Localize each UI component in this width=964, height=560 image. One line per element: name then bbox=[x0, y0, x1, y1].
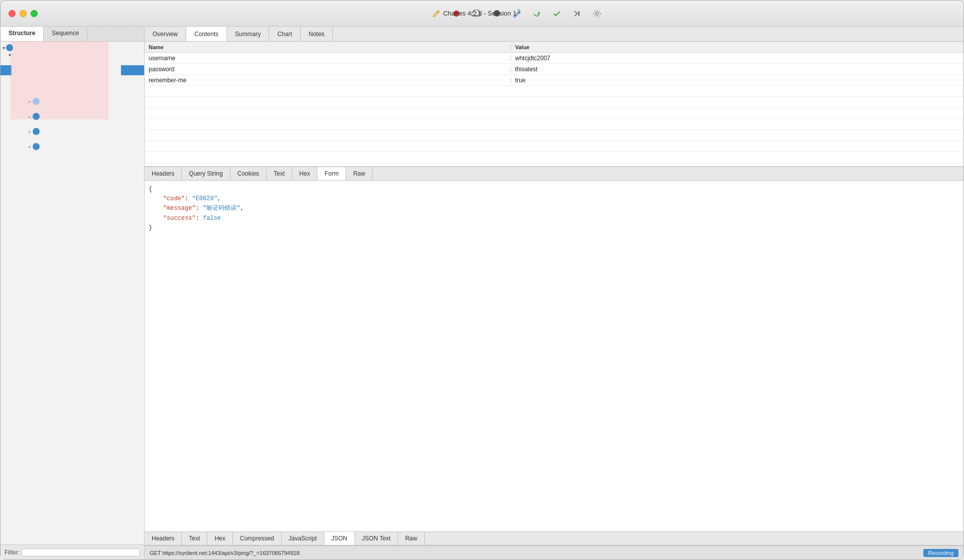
resp-tab-hex[interactable]: Hex bbox=[207, 532, 232, 545]
row-value-username: whtcjdtc2007 bbox=[511, 55, 963, 62]
row-value-password: thisatest bbox=[511, 66, 963, 73]
maximize-button[interactable] bbox=[31, 10, 38, 17]
svg-point-1 bbox=[595, 12, 598, 15]
content-tabs: Overview Contents Summary Chart Notes bbox=[145, 27, 963, 42]
content-pane: Overview Contents Summary Chart Notes Na… bbox=[145, 27, 963, 559]
sidebar-row-1[interactable]: ▾ bbox=[3, 44, 13, 51]
empty-rows bbox=[145, 86, 963, 166]
resp-tab-jsontext[interactable]: JSON Text bbox=[355, 532, 398, 545]
pen-icon[interactable] bbox=[431, 8, 442, 19]
req-tab-cookies[interactable]: Cookies bbox=[230, 167, 267, 180]
resp-tab-headers[interactable]: Headers bbox=[145, 532, 182, 545]
main-window: Charles 4.2.8 - Session 1 * bbox=[0, 0, 964, 560]
resp-tab-text[interactable]: Text bbox=[182, 532, 207, 545]
forward-icon[interactable] bbox=[571, 8, 582, 19]
sidebar-pink-block bbox=[11, 42, 108, 119]
table-header: Name Value bbox=[145, 42, 963, 53]
sidebar-icon-1 bbox=[6, 44, 13, 51]
tab-summary[interactable]: Summary bbox=[227, 27, 269, 41]
sidebar-body: ▾ ▾ ▸ ▸ bbox=[1, 42, 144, 544]
refresh-icon[interactable] bbox=[531, 8, 542, 19]
filter-bar: Filter: bbox=[1, 544, 144, 559]
header-value: Value bbox=[511, 44, 963, 50]
table-row[interactable]: username whtcjdtc2007 bbox=[145, 53, 963, 64]
resp-tab-javascript[interactable]: JavaScript bbox=[282, 532, 324, 545]
close-button[interactable] bbox=[9, 10, 16, 17]
req-tab-form[interactable]: Form bbox=[317, 167, 346, 180]
json-content: { "code": "E0028", "message": "验证码错误", "… bbox=[149, 185, 959, 233]
sidebar-icon-row-3[interactable]: ▸ bbox=[29, 128, 40, 135]
sidebar: Structure Sequence ▾ ▾ bbox=[1, 27, 145, 559]
table-row[interactable]: remember-me true bbox=[145, 75, 963, 86]
resp-tab-raw[interactable]: Raw bbox=[398, 532, 425, 545]
tab-chart[interactable]: Chart bbox=[269, 27, 300, 41]
sidebar-selection-indicator2 bbox=[121, 65, 144, 75]
titlebar: Charles 4.2.8 - Session 1 * bbox=[1, 1, 963, 27]
svg-rect-0 bbox=[578, 11, 579, 16]
header-name: Name bbox=[145, 44, 511, 50]
window-title: Charles 4.2.8 - Session 1 * bbox=[443, 10, 521, 17]
req-tab-hex[interactable]: Hex bbox=[292, 167, 317, 180]
params-table: Name Value username whtcjdtc2007 passwor… bbox=[145, 42, 963, 167]
sidebar-tab-sequence[interactable]: Sequence bbox=[44, 27, 87, 41]
req-tab-headers[interactable]: Headers bbox=[145, 167, 182, 180]
tab-overview[interactable]: Overview bbox=[145, 27, 186, 41]
filter-input[interactable] bbox=[22, 548, 140, 556]
sidebar-icon-row-2[interactable]: ▸ bbox=[29, 113, 40, 120]
status-bar: GET https://xyclient.net:1443/api/v3/pin… bbox=[145, 545, 963, 559]
sidebar-icon-row-1[interactable]: ▸ bbox=[29, 98, 40, 105]
sidebar-selection-indicator bbox=[1, 65, 12, 75]
sidebar-icon-row-4[interactable]: ▸ bbox=[29, 143, 40, 150]
check-icon[interactable] bbox=[551, 8, 562, 19]
minimize-button[interactable] bbox=[20, 10, 27, 17]
tab-contents[interactable]: Contents bbox=[186, 27, 227, 41]
status-url: GET https://xyclient.net:1443/api/v3/pin… bbox=[150, 550, 300, 556]
recording-badge: Recording bbox=[923, 549, 958, 557]
table-row[interactable]: password thisatest bbox=[145, 64, 963, 75]
row-name-remember: remember-me bbox=[145, 77, 511, 84]
resp-tab-json[interactable]: JSON bbox=[324, 532, 355, 545]
settings-icon[interactable] bbox=[591, 8, 602, 19]
tab-notes[interactable]: Notes bbox=[301, 27, 333, 41]
resp-tab-compressed[interactable]: Compressed bbox=[233, 532, 282, 545]
main-content: Structure Sequence ▾ ▾ bbox=[1, 27, 963, 559]
row-name-username: username bbox=[145, 55, 511, 62]
req-tab-querystring[interactable]: Query String bbox=[182, 167, 230, 180]
sidebar-tabs: Structure Sequence bbox=[1, 27, 144, 42]
row-value-remember: true bbox=[511, 77, 963, 84]
sidebar-row-2[interactable]: ▾ bbox=[3, 52, 13, 58]
req-tab-text[interactable]: Text bbox=[267, 167, 292, 180]
sidebar-tab-structure[interactable]: Structure bbox=[1, 27, 44, 41]
req-tab-raw[interactable]: Raw bbox=[346, 167, 373, 180]
response-tabs: Headers Text Hex Compressed JavaScript J… bbox=[145, 531, 963, 545]
response-body: { "code": "E0028", "message": "验证码错误", "… bbox=[145, 181, 963, 531]
row-name-password: password bbox=[145, 66, 511, 73]
request-tabs: Headers Query String Cookies Text Hex Fo… bbox=[145, 167, 963, 181]
filter-label: Filter: bbox=[5, 549, 20, 556]
traffic-lights bbox=[9, 10, 38, 17]
